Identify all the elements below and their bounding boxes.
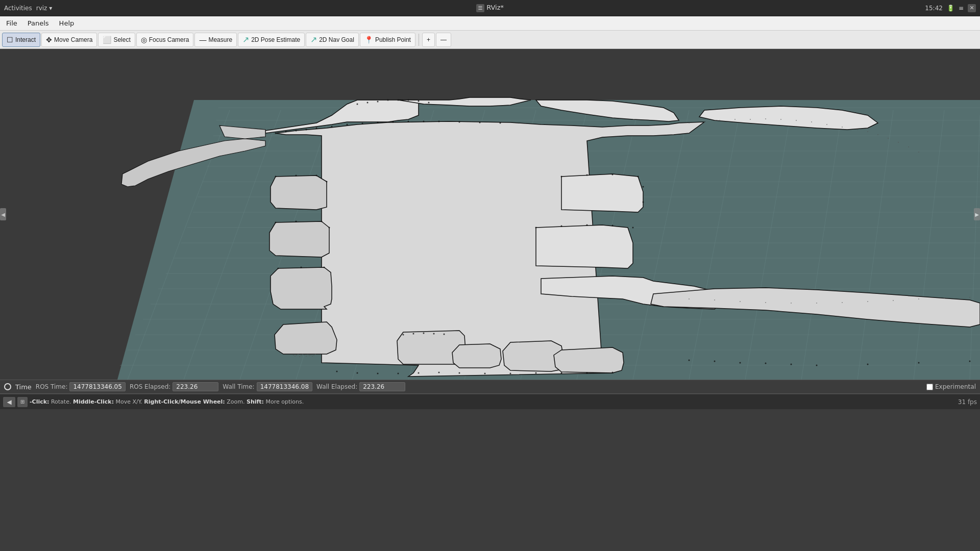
main-viewport[interactable]: ◀ ▶ bbox=[0, 49, 980, 380]
menu-bar: File Panels Help bbox=[0, 16, 980, 31]
close-button[interactable]: ✕ bbox=[968, 4, 976, 12]
grid-icon: ⊞ bbox=[17, 397, 28, 407]
focus-camera-button[interactable]: ◎ Focus Camera bbox=[136, 33, 194, 47]
nav-goal-button[interactable]: ↗ 2D Nav Goal bbox=[306, 33, 359, 47]
svg-point-68 bbox=[479, 122, 481, 123]
svg-point-92 bbox=[326, 181, 328, 183]
svg-point-59 bbox=[331, 126, 333, 128]
svg-point-144 bbox=[719, 120, 720, 121]
svg-point-58 bbox=[316, 128, 317, 129]
svg-point-130 bbox=[298, 354, 299, 355]
interact-button[interactable]: ☐ Interact bbox=[2, 33, 40, 47]
measure-label: Measure bbox=[208, 36, 232, 43]
svg-point-117 bbox=[791, 364, 792, 365]
svg-point-65 bbox=[423, 121, 425, 122]
svg-point-163 bbox=[765, 302, 766, 303]
svg-point-169 bbox=[918, 298, 919, 299]
svg-point-160 bbox=[689, 298, 690, 299]
svg-point-152 bbox=[842, 127, 843, 128]
title-bar-left: Activities rviz ▾ bbox=[4, 5, 52, 12]
experimental-checkbox-container[interactable]: Experimental bbox=[926, 383, 976, 390]
experimental-label: Experimental bbox=[935, 383, 976, 390]
pose-estimate-button[interactable]: ↗ 2D Pose Estimate bbox=[238, 33, 305, 47]
experimental-checkbox[interactable] bbox=[926, 384, 933, 390]
svg-point-150 bbox=[811, 121, 812, 122]
svg-point-155 bbox=[877, 134, 878, 135]
fps-display: 31 fps bbox=[958, 398, 977, 406]
svg-point-122 bbox=[403, 334, 404, 336]
svg-point-147 bbox=[765, 118, 766, 119]
publish-point-button[interactable]: 📍 Publish Point bbox=[360, 33, 415, 47]
measure-icon: — bbox=[199, 36, 206, 44]
svg-point-120 bbox=[918, 362, 920, 364]
svg-point-98 bbox=[301, 267, 302, 268]
measure-button[interactable]: — Measure bbox=[194, 33, 237, 47]
svg-point-97 bbox=[278, 268, 279, 269]
prev-button[interactable]: ◀ bbox=[3, 397, 15, 407]
svg-point-82 bbox=[643, 186, 644, 188]
remove-tool-button[interactable]: — bbox=[436, 33, 451, 47]
svg-point-131 bbox=[299, 356, 300, 357]
scene-svg bbox=[0, 49, 980, 380]
svg-point-112 bbox=[612, 372, 614, 373]
svg-point-64 bbox=[408, 121, 409, 122]
menu-file[interactable]: File bbox=[2, 18, 21, 28]
svg-point-86 bbox=[586, 224, 588, 226]
svg-point-116 bbox=[765, 363, 767, 364]
battery-icon: 🔋 bbox=[947, 5, 954, 12]
svg-point-125 bbox=[433, 333, 435, 335]
clock-icon bbox=[4, 383, 11, 390]
scene-canvas[interactable]: ◀ ▶ bbox=[0, 49, 980, 380]
svg-point-55 bbox=[285, 131, 287, 133]
svg-point-102 bbox=[377, 373, 379, 374]
toolbar: ☐ Interact ✥ Move Camera ⬜ Select ◎ Focu… bbox=[0, 31, 980, 49]
svg-point-54 bbox=[275, 133, 277, 134]
svg-point-123 bbox=[413, 333, 414, 335]
svg-marker-41 bbox=[561, 174, 643, 212]
svg-point-133 bbox=[302, 354, 303, 355]
svg-point-74 bbox=[398, 99, 399, 101]
svg-point-114 bbox=[714, 361, 716, 362]
svg-point-103 bbox=[398, 373, 399, 374]
svg-point-156 bbox=[888, 138, 889, 139]
svg-point-100 bbox=[336, 371, 338, 372]
svg-point-140 bbox=[313, 355, 314, 356]
select-button[interactable]: ⬜ Select bbox=[98, 33, 135, 47]
svg-point-164 bbox=[791, 303, 792, 304]
move-camera-button[interactable]: ✥ Move Camera bbox=[41, 33, 97, 47]
svg-point-61 bbox=[362, 123, 363, 124]
svg-marker-42 bbox=[536, 225, 633, 268]
svg-point-124 bbox=[423, 333, 425, 334]
svg-point-96 bbox=[329, 227, 330, 229]
svg-point-66 bbox=[438, 121, 440, 122]
svg-point-138 bbox=[310, 355, 311, 356]
svg-point-71 bbox=[367, 102, 369, 104]
svg-point-168 bbox=[893, 300, 894, 301]
svg-point-85 bbox=[561, 226, 562, 227]
svg-point-134 bbox=[304, 355, 305, 356]
svg-point-121 bbox=[969, 361, 971, 362]
interact-label: Interact bbox=[15, 36, 36, 43]
toolbar-separator bbox=[419, 34, 419, 46]
interact-icon: ☐ bbox=[7, 36, 13, 44]
svg-point-91 bbox=[316, 175, 317, 177]
svg-point-109 bbox=[535, 372, 537, 374]
time-label: Time bbox=[15, 383, 32, 391]
nav-goal-label: 2D Nav Goal bbox=[319, 36, 354, 43]
ros-time-field: ROS Time: 1477813346.05 bbox=[36, 382, 126, 391]
svg-point-171 bbox=[969, 297, 970, 298]
svg-point-88 bbox=[632, 227, 634, 229]
right-panel-arrow[interactable]: ▶ bbox=[974, 208, 980, 220]
svg-point-75 bbox=[408, 99, 409, 101]
svg-point-70 bbox=[357, 104, 358, 105]
menu-panels[interactable]: Panels bbox=[23, 18, 53, 28]
svg-point-67 bbox=[459, 121, 460, 123]
svg-marker-45 bbox=[270, 221, 329, 257]
menu-help[interactable]: Help bbox=[55, 18, 79, 28]
svg-point-94 bbox=[296, 221, 297, 222]
add-tool-button[interactable]: + bbox=[422, 33, 435, 47]
svg-point-157 bbox=[898, 142, 899, 143]
svg-point-129 bbox=[296, 355, 297, 356]
network-icon: ≡ bbox=[959, 5, 964, 12]
left-panel-arrow[interactable]: ◀ bbox=[0, 208, 6, 220]
